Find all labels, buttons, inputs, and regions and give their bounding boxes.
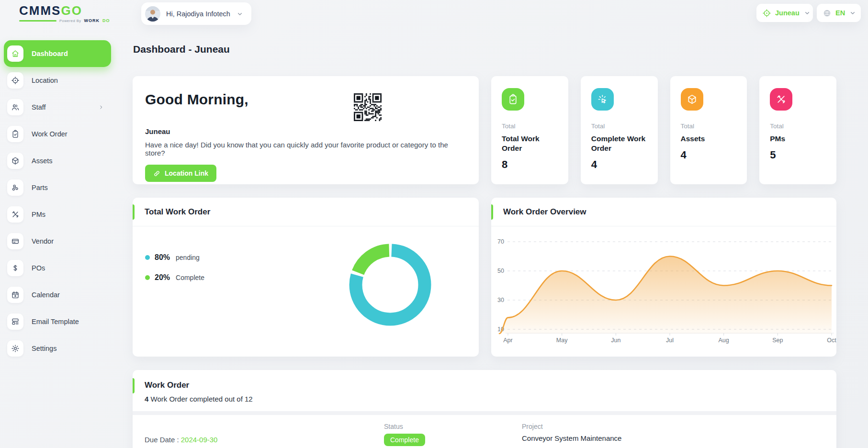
legend-item-pending: 80%pending xyxy=(145,253,204,262)
language-selector[interactable]: EN xyxy=(817,4,861,22)
stat-name: Complete Work Order xyxy=(591,134,647,153)
sidebar-item-label: PMs xyxy=(32,211,45,218)
legend-percent: 20% xyxy=(155,273,170,282)
logo-underline xyxy=(19,20,56,22)
sidebar-item-parts[interactable]: Parts xyxy=(4,174,111,201)
stat-cards: TotalTotal Work Order8TotalComplete Work… xyxy=(491,76,836,184)
sidebar-item-email-template[interactable]: Email Template xyxy=(4,308,111,335)
donut-chart xyxy=(346,240,435,329)
main-content: Dashboard - Juneau Good Morning, Juneau … xyxy=(133,37,836,448)
sidebar-item-settings[interactable]: Settings xyxy=(4,335,111,362)
accent-bar xyxy=(133,378,135,393)
topbar: CMMSGO Powered By WORKDO Hi, Rajodiya In… xyxy=(0,0,868,28)
sidebar-item-label: Settings xyxy=(32,345,56,352)
sidebar-item-label: Email Template xyxy=(32,318,79,325)
sidebar-item-location[interactable]: Location xyxy=(4,67,111,94)
sidebar-item-label: Dashboard xyxy=(32,50,68,57)
accent-bar xyxy=(133,204,135,220)
stat-value: 8 xyxy=(502,158,558,171)
legend-percent: 80% xyxy=(155,253,170,262)
home-icon xyxy=(7,45,23,62)
svg-text:Aug: Aug xyxy=(719,337,729,344)
tools-icon xyxy=(770,88,792,111)
svg-text:Sep: Sep xyxy=(772,337,783,344)
greeting-location-name: Juneau xyxy=(145,127,466,135)
sidebar-item-label: Location xyxy=(32,77,58,84)
svg-text:Jul: Jul xyxy=(666,337,674,344)
app-logo[interactable]: CMMSGO Powered By WORKDO xyxy=(19,4,110,23)
legend-item-complete: 20%Complete xyxy=(145,273,204,282)
sidebar-item-assets[interactable]: Assets xyxy=(4,147,111,174)
location-selector[interactable]: Juneau xyxy=(756,4,813,22)
chevron-right-icon xyxy=(98,104,104,111)
svg-text:Oct: Oct xyxy=(827,337,836,344)
sidebar-item-dashboard[interactable]: Dashboard xyxy=(4,40,111,67)
donut-panel-title: Total Work Order xyxy=(145,207,210,217)
sidebar-item-label: Work Order xyxy=(32,130,68,138)
qr-code xyxy=(354,93,382,121)
legend-label: Complete xyxy=(176,274,204,281)
project-label: Project xyxy=(522,423,824,430)
sidebar-item-label: Assets xyxy=(32,157,53,165)
sidebar-item-label: Calendar xyxy=(32,291,60,299)
logo-text: CMMSGO xyxy=(19,4,110,17)
workdo-label: WORK xyxy=(84,18,100,23)
cube-icon xyxy=(681,88,703,111)
gear-icon xyxy=(7,340,23,357)
template-icon xyxy=(7,314,23,330)
svg-text:May: May xyxy=(556,337,568,344)
due-date-label: Due Date : xyxy=(145,436,179,444)
greeting-card: Good Morning, Juneau Have a nice day! Di… xyxy=(133,76,479,184)
location-link-button[interactable]: Location Link xyxy=(145,165,216,182)
sidebar-item-vendor[interactable]: Vendor xyxy=(4,228,111,255)
sidebar: DashboardLocationStaffWork OrderAssetsPa… xyxy=(4,40,111,362)
sidebar-item-pms[interactable]: PMs xyxy=(4,201,111,228)
work-order-overview-panel: Work Order Overview 70503010AprMayJunJul… xyxy=(491,198,836,357)
due-date-value: 2024-09-30 xyxy=(181,436,218,444)
target-icon xyxy=(762,9,771,18)
work-order-panel: Work Order 4 Work Order completed out of… xyxy=(133,370,836,448)
legend-dot xyxy=(145,255,150,260)
greeting-message: Have a nice day! Did you know that you c… xyxy=(145,141,466,157)
sidebar-item-pos[interactable]: POs xyxy=(4,255,111,281)
clipboard-icon xyxy=(7,126,23,142)
sidebar-item-staff[interactable]: Staff xyxy=(4,94,111,121)
work-order-row[interactable]: Due Date : 2024-09-30 Status Complete Pr… xyxy=(133,415,836,446)
svg-text:Jun: Jun xyxy=(611,337,620,344)
sidebar-item-label: POs xyxy=(32,264,45,272)
legend-dot xyxy=(145,275,150,280)
stat-card-complete-work-order: TotalComplete Work Order4 xyxy=(581,76,658,184)
stat-card-total-work-order: TotalTotal Work Order8 xyxy=(491,76,568,184)
sidebar-item-work-order[interactable]: Work Order xyxy=(4,121,111,147)
work-order-title: Work Order xyxy=(145,381,836,390)
status-label: Status xyxy=(384,423,522,430)
parts-icon xyxy=(7,179,23,196)
donut-legend: 80%pending20%Complete xyxy=(145,253,204,282)
stat-total-label: Total xyxy=(770,123,826,130)
accent-bar xyxy=(491,204,493,220)
page-title: Dashboard - Juneau xyxy=(133,44,836,55)
link-icon xyxy=(153,170,160,177)
tools-icon xyxy=(7,206,23,223)
chevron-down-icon xyxy=(803,9,811,17)
location-link-label: Location Link xyxy=(165,169,208,177)
avatar xyxy=(145,6,160,22)
sidebar-item-label: Parts xyxy=(32,184,48,191)
clipboard-check-icon xyxy=(502,88,524,111)
stat-value: 4 xyxy=(681,149,737,161)
sidebar-item-label: Staff xyxy=(32,103,46,111)
project-value: Conveyor System Maintenance xyxy=(522,434,824,442)
calendar-icon xyxy=(7,287,23,303)
user-menu[interactable]: Hi, Rajodiya Infotech xyxy=(141,2,251,25)
stat-name: PMs xyxy=(770,134,826,144)
stat-name: Assets xyxy=(681,134,737,144)
sidebar-item-calendar[interactable]: Calendar xyxy=(4,281,111,308)
user-greeting: Hi, Rajodiya Infotech xyxy=(166,10,230,18)
dollar-icon xyxy=(7,260,23,276)
stat-total-label: Total xyxy=(502,123,558,130)
stat-card-pms: TotalPMs5 xyxy=(759,76,836,184)
globe-icon xyxy=(823,9,832,18)
cursor-click-icon xyxy=(591,88,614,111)
stat-total-label: Total xyxy=(681,123,737,130)
powered-by-label: Powered By xyxy=(59,19,81,23)
